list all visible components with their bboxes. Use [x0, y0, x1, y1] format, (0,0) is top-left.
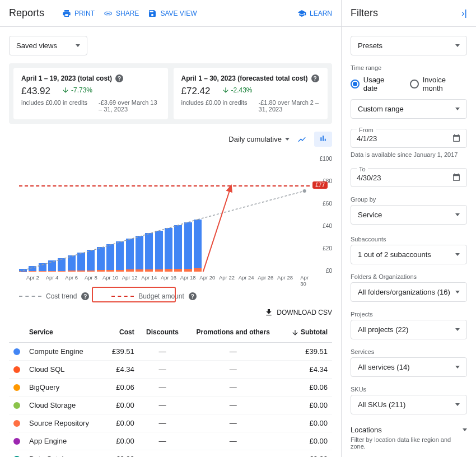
services-label: Services	[351, 348, 467, 355]
cell-service: Compute Engine	[25, 342, 103, 360]
radio-icon	[410, 80, 419, 88]
locations-help: Filter by location data like region and …	[351, 436, 467, 450]
table-row[interactable]: BigQuery £0.06 — — £0.06	[9, 378, 332, 396]
saved-views-select[interactable]: Saved views	[9, 36, 87, 55]
projects-select[interactable]: All projects (22)	[351, 320, 467, 339]
table-row[interactable]: Cloud Storage £0.00 — — £0.00	[9, 396, 332, 414]
yaxis-tick: £20	[323, 245, 332, 251]
projects-label: Projects	[351, 311, 467, 318]
xaxis-tick: Apr 2	[26, 274, 39, 281]
col-discounts[interactable]: Discounts	[139, 323, 186, 342]
col-service[interactable]: Service	[25, 323, 103, 342]
xaxis-tick: Apr 12	[122, 274, 138, 281]
arrow-down-icon	[222, 86, 230, 94]
budget-pill: £77	[312, 181, 328, 189]
chevron-down-icon	[455, 108, 460, 110]
sort-down-icon	[291, 329, 299, 337]
invoice-month-radio[interactable]: Invoice month	[410, 76, 467, 92]
service-dot	[13, 366, 20, 373]
scorecard-value: £43.92	[21, 86, 50, 97]
help-icon[interactable]: ?	[81, 292, 89, 300]
cell-subtotal: £0.00	[280, 432, 332, 450]
service-dot	[13, 384, 20, 391]
save-view-button[interactable]: SAVE VIEW	[148, 9, 197, 18]
scorecard-title: April 1 – 19, 2023 (total cost)	[21, 74, 112, 82]
yaxis-tick: £100	[320, 156, 332, 162]
services-select[interactable]: All services (14)	[351, 357, 467, 377]
skus-select[interactable]: All SKUs (211)	[351, 395, 467, 414]
line-chart-icon[interactable]	[297, 135, 306, 144]
col-subtotal[interactable]: Subtotal	[280, 323, 332, 342]
xaxis-tick: Apr 24	[239, 274, 254, 281]
learn-button[interactable]: LEARN	[297, 9, 332, 18]
cell-promo: —	[186, 342, 280, 360]
help-icon[interactable]: ?	[115, 74, 123, 82]
cost-chart: Apr 2Apr 4Apr 6Apr 8Apr 10Apr 12Apr 14Ap…	[9, 150, 332, 290]
from-date-input[interactable]: From 4/1/23	[351, 129, 467, 148]
table-row[interactable]: Compute Engine £39.51 — — £39.51	[9, 342, 332, 360]
subaccounts-label: Subaccounts	[351, 236, 467, 243]
radio-icon	[351, 80, 360, 88]
scorecard-compare: -£3.69 over March 13 – 31, 2023	[99, 99, 160, 113]
service-dot	[13, 438, 20, 445]
group-by-select[interactable]: Service	[351, 205, 467, 225]
xaxis-tick: Apr 10	[102, 274, 118, 281]
table-row[interactable]: App Engine £0.00 — — £0.00	[9, 432, 332, 450]
group-by-label: Group by	[351, 196, 467, 203]
chevron-down-icon	[455, 213, 460, 216]
scorecard-forecast-cost: April 1 – 30, 2023 (forecasted total cos…	[174, 68, 328, 119]
filters-title: Filters	[351, 7, 378, 19]
cell-cost: £4.34	[103, 360, 139, 378]
subaccounts-select[interactable]: 1 out of 2 subaccounts	[351, 245, 467, 264]
download-csv-button[interactable]: DOWNLOAD CSV	[264, 308, 332, 317]
cell-promo: —	[186, 450, 280, 457]
cost-table: Service Cost Discounts Promotions and ot…	[9, 323, 332, 457]
share-icon	[104, 9, 113, 18]
cell-cost: £39.51	[103, 342, 139, 360]
budget-line	[19, 185, 310, 186]
scorecard-delta: -7.73%	[62, 86, 92, 94]
collapse-icon[interactable]: ›|	[461, 8, 467, 19]
cell-discounts: —	[139, 360, 186, 378]
cell-subtotal: £0.00	[280, 414, 332, 432]
xaxis-tick: Apr 26	[258, 274, 273, 281]
cell-discounts: —	[139, 450, 186, 457]
col-promo[interactable]: Promotions and others	[186, 323, 280, 342]
locations-section[interactable]: Locations	[351, 426, 467, 434]
cell-discounts: —	[139, 378, 186, 396]
folders-label: Folders & Organizations	[351, 273, 467, 280]
table-row[interactable]: Cloud SQL £4.34 — — £4.34	[9, 360, 332, 378]
folders-select[interactable]: All folders/organizations (16)	[351, 282, 467, 302]
presets-select[interactable]: Presets	[351, 36, 467, 55]
cell-promo: —	[186, 360, 280, 378]
help-icon[interactable]: ?	[311, 74, 319, 82]
print-icon	[62, 9, 71, 18]
cell-cost: £0.06	[103, 378, 139, 396]
cell-discounts: —	[139, 432, 186, 450]
xaxis-tick: Apr 28	[277, 274, 293, 281]
table-row[interactable]: Source Repository £0.00 — — £0.00	[9, 414, 332, 432]
cell-service: Data Catalog	[25, 450, 103, 457]
usage-date-radio[interactable]: Usage date	[351, 76, 400, 92]
cell-discounts: —	[139, 396, 186, 414]
help-icon[interactable]: ?	[189, 292, 197, 300]
cell-service: Cloud Storage	[25, 396, 103, 414]
table-row[interactable]: Data Catalog £0.00 — — £0.00	[9, 450, 332, 457]
bar-chart-icon[interactable]	[314, 132, 332, 147]
col-cost[interactable]: Cost	[103, 323, 139, 342]
custom-range-select[interactable]: Custom range	[351, 99, 467, 119]
chart-mode-select[interactable]: Daily cumulative	[228, 135, 290, 143]
cell-cost: £0.00	[103, 414, 139, 432]
chevron-down-icon	[455, 44, 460, 47]
to-date-input[interactable]: To 4/30/23	[351, 168, 467, 187]
service-dot	[13, 348, 20, 355]
service-dot	[13, 420, 20, 427]
scorecard-value: £72.42	[181, 86, 211, 97]
print-button[interactable]: PRINT	[62, 9, 95, 18]
cell-promo: —	[186, 414, 280, 432]
chevron-down-icon	[455, 366, 460, 369]
cell-cost: £0.00	[103, 432, 139, 450]
share-button[interactable]: SHARE	[104, 9, 139, 18]
xaxis-tick: Apr 14	[141, 274, 157, 281]
cell-service: BigQuery	[25, 378, 103, 396]
